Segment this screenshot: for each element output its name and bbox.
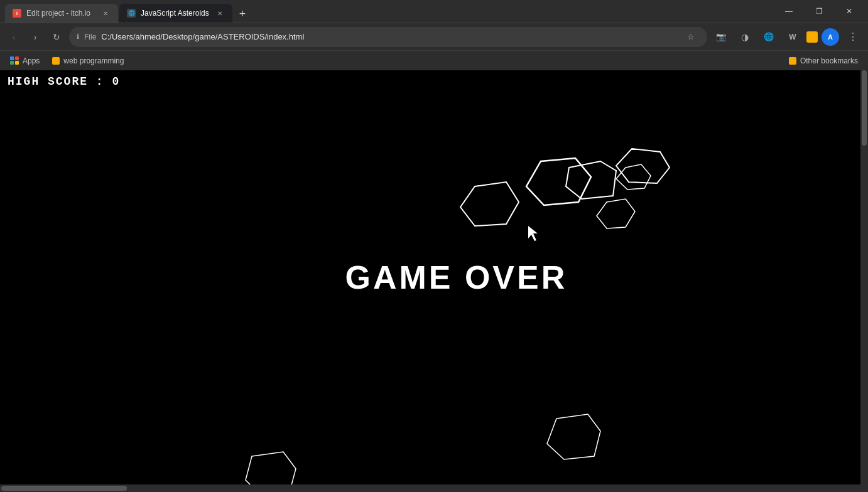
vertical-scrollbar[interactable]: [860, 70, 868, 484]
svg-marker-7: [547, 414, 600, 459]
apps-label: Apps: [23, 56, 40, 65]
svg-marker-1: [566, 161, 616, 199]
tab-strip: i Edit project - itch.io ✕ 🌐 JavaScript …: [5, 0, 770, 23]
web-programming-label: web programming: [63, 56, 124, 65]
url-text: C:/Users/ahmed/Desktop/game/ASTEROIDS/in…: [101, 32, 677, 41]
tab-title-asteroids: JavaScript Asteroids: [141, 9, 210, 18]
refresh-button[interactable]: ↻: [48, 28, 65, 46]
game-viewport: HIGH SCORE : 0 GAME OVER: [0, 70, 868, 484]
tab-title-itchio: Edit project - itch.io: [26, 9, 95, 18]
tab-asteroids[interactable]: 🌐 JavaScript Asteroids ✕: [119, 4, 232, 23]
info-icon: ℹ: [77, 33, 79, 41]
other-bookmarks-folder-icon: [789, 57, 796, 65]
h-scrollbar-thumb[interactable]: [1, 486, 127, 491]
url-actions: ☆: [682, 28, 700, 46]
url-bar[interactable]: ℹ File C:/Users/ahmed/Desktop/game/ASTER…: [69, 27, 707, 47]
web-programming-bookmark[interactable]: web programming: [47, 54, 129, 68]
wallets-button[interactable]: W: [783, 27, 803, 47]
svg-marker-9: [528, 226, 538, 241]
svg-marker-6: [246, 452, 296, 484]
extension-yellow-button[interactable]: [806, 31, 818, 43]
tab-itchio[interactable]: i Edit project - itch.io ✕: [5, 4, 118, 23]
svg-marker-4: [616, 164, 651, 190]
title-bar: i Edit project - itch.io ✕ 🌐 JavaScript …: [0, 0, 868, 23]
theme-button[interactable]: ◑: [735, 27, 755, 47]
back-button[interactable]: ‹: [5, 28, 23, 46]
minimize-button[interactable]: —: [775, 0, 803, 23]
svg-marker-5: [460, 182, 519, 226]
web-programming-folder-icon: [52, 57, 60, 65]
star-button[interactable]: ☆: [682, 28, 700, 46]
tab-favicon-asteroids: 🌐: [127, 9, 136, 18]
tab-close-itchio[interactable]: ✕: [100, 8, 111, 18]
apps-grid-icon: [10, 56, 19, 65]
close-button[interactable]: ✕: [835, 0, 863, 23]
new-tab-button[interactable]: +: [234, 5, 251, 23]
tab-favicon-itchio: i: [13, 9, 21, 18]
file-label: File: [84, 33, 96, 41]
maximize-button[interactable]: ❐: [805, 0, 833, 23]
apps-bookmark[interactable]: Apps: [5, 54, 45, 68]
tab-close-asteroids[interactable]: ✕: [215, 8, 225, 18]
bookmarks-bar: Apps web programming Other bookmarks: [0, 50, 868, 70]
camera-extension-button[interactable]: 📷: [711, 27, 731, 47]
asteroids-svg: [0, 70, 868, 484]
other-bookmarks-label: Other bookmarks: [800, 56, 858, 65]
address-bar: ‹ › ↻ ℹ File C:/Users/ahmed/Desktop/game…: [0, 23, 868, 50]
forward-button[interactable]: ›: [26, 28, 44, 46]
horizontal-scrollbar[interactable]: [0, 484, 868, 492]
menu-button[interactable]: ⋮: [843, 27, 863, 47]
svg-marker-3: [597, 199, 635, 228]
vpn-button[interactable]: 🌐: [759, 27, 779, 47]
scrollbar-thumb[interactable]: [862, 70, 867, 146]
other-bookmarks[interactable]: Other bookmarks: [784, 54, 863, 68]
profile-button[interactable]: A: [822, 28, 839, 46]
window-controls: — ❐ ✕: [775, 0, 863, 23]
